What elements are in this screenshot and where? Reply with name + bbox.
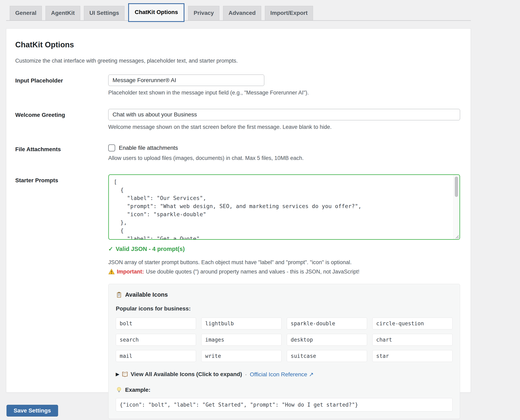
save-settings-button[interactable]: Save Settings [7,405,58,417]
popular-icons-subtitle: Popular icons for business: [116,305,453,312]
icon-chip-search: search [116,334,196,346]
enable-attachments-checkbox[interactable] [108,144,115,151]
tab-chatkit-options[interactable]: ChatKit Options [128,3,185,22]
json-validation-status: ✓ Valid JSON - 4 prompt(s) [108,246,462,252]
row-welcome-greeting: Welcome Greeting Welcome message shown o… [15,109,462,130]
page-title: ChatKit Options [15,40,462,49]
example-code-box: {"icon": "bolt", "label": "Get Started",… [116,398,453,412]
important-text: Use double quotes (") around property na… [146,269,359,275]
welcome-greeting-help: Welcome message shown on the start scree… [108,124,462,130]
icon-chip-sparkle-double: sparkle-double [287,318,367,329]
open-book-icon [122,371,128,377]
tab-general[interactable]: General [10,6,42,20]
example-label: Example: [125,387,150,393]
input-placeholder-help: Placeholder text shown in the message in… [108,90,462,96]
tab-agentkit[interactable]: AgentKit [45,6,80,20]
starter-prompts-label: Starter Prompts [15,174,108,184]
icons-grid: bolt lightbulb sparkle-double circle-que… [116,318,453,362]
official-icon-reference-link[interactable]: Official Icon Reference ↗ [250,371,314,378]
dot-separator: · [245,371,247,378]
warning-icon [108,268,115,275]
tab-import-export[interactable]: Import/Export [265,6,313,20]
icon-chip-chart: chart [372,334,453,346]
important-label: Important: [117,269,144,275]
textarea-scrollbar-thumb[interactable] [455,177,458,197]
available-icons-title: Available Icons [125,291,168,298]
icon-chip-mail: mail [116,350,196,362]
tab-privacy[interactable]: Privacy [188,6,219,20]
icon-chip-suitcase: suitcase [287,350,367,362]
row-input-placeholder: Input Placeholder Placeholder text shown… [15,75,462,96]
available-icons-panel: Available Icons Popular icons for busine… [108,284,460,419]
icon-chip-desktop: desktop [287,334,367,346]
icon-chip-star: star [372,350,453,362]
starter-prompts-help: JSON array of starter prompt buttons. Ea… [108,259,462,266]
row-file-attachments: File Attachments Enable file attachments… [15,143,462,161]
textarea-resize-handle[interactable] [454,233,459,239]
welcome-greeting-label: Welcome Greeting [15,109,108,118]
check-icon: ✓ [108,246,113,252]
input-placeholder-field[interactable] [108,75,264,86]
lightbulb-icon [116,387,122,393]
icon-chip-bolt: bolt [116,318,196,329]
textarea-scrollbar-track[interactable] [453,175,460,239]
file-attachments-help: Allow users to upload files (images, doc… [108,155,462,161]
welcome-greeting-field[interactable] [108,109,460,120]
tab-ui-settings[interactable]: UI Settings [84,6,125,20]
clipboard-icon [116,292,122,298]
starter-prompts-json: [ { "label": "Our Services", "prompt": "… [109,175,460,240]
file-attachments-label: File Attachments [15,143,108,153]
settings-tabbar: General AgentKit UI Settings ChatKit Opt… [6,0,471,21]
expand-caret-icon: ▶ [116,372,119,377]
input-placeholder-label: Input Placeholder [15,75,108,84]
page-subtitle: Customize the chat interface with greeti… [15,58,462,64]
settings-form: Input Placeholder Placeholder text shown… [15,75,462,419]
important-note: Important: Use double quotes (") around … [108,268,462,275]
chatkit-options-panel: ChatKit Options Customize the chat inter… [6,29,471,393]
row-starter-prompts: Starter Prompts [ { "label": "Our Servic… [15,174,462,419]
view-all-icons-toggle[interactable]: ▶ View All Available Icons (Click to exp… [116,371,242,377]
view-all-icons-label: View All Available Icons (Click to expan… [131,371,242,377]
json-validation-text: Valid JSON - 4 prompt(s) [116,246,185,252]
settings-page: General AgentKit UI Settings ChatKit Opt… [0,0,520,420]
icon-chip-circle-question: circle-question [372,318,453,329]
starter-prompts-textarea[interactable]: [ { "label": "Our Services", "prompt": "… [108,174,460,240]
tab-advanced[interactable]: Advanced [223,6,261,20]
icon-chip-lightbulb: lightbulb [201,318,282,329]
icon-chip-write: write [201,350,282,362]
icon-chip-images: images [201,334,282,346]
enable-attachments-checkbox-label[interactable]: Enable file attachments [119,145,178,151]
